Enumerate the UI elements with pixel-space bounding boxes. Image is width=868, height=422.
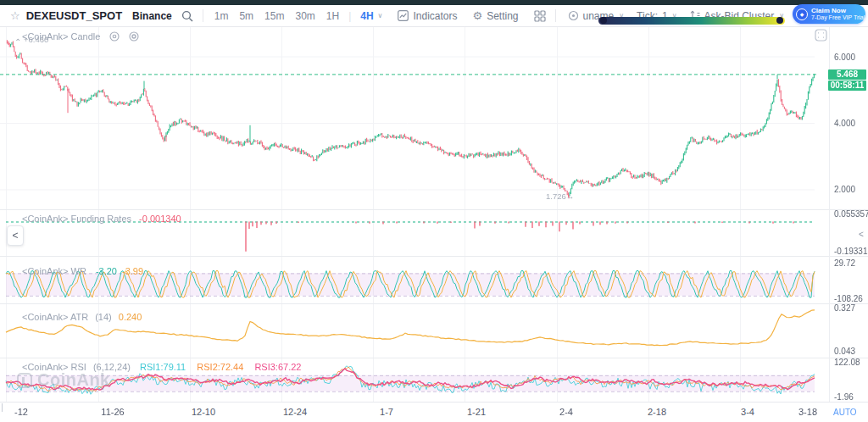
panel-separator[interactable] [0, 256, 868, 257]
trading-terminal: ☆ DEXEUSDT_SPOT Binance 1m5m15m30m1H | 4… [0, 0, 868, 422]
timeframe-30m[interactable]: 30m [295, 10, 314, 22]
current-price-badge: 5.468 [828, 69, 866, 80]
axis-tick-label: 6.000 [834, 53, 855, 62]
exchange-name: Binance [132, 10, 172, 22]
timeframe-5m[interactable]: 5m [239, 10, 253, 22]
setting-button[interactable]: ⚙ Setting [473, 9, 519, 22]
search-icon[interactable] [181, 10, 193, 22]
funding-value: -0.001340 [139, 214, 181, 224]
timeframe-15m[interactable]: 15m [264, 10, 284, 22]
gear-icon: ⚙ [473, 9, 483, 22]
axis-tick-label: 0.055357 [834, 209, 868, 219]
claim-vip-button[interactable]: ◆ Claim Now 7-Day Free VIP Trial [793, 4, 865, 24]
panel-separator[interactable] [0, 303, 868, 304]
indicator-settings-gear-icon[interactable] [129, 31, 139, 42]
funding-pane-label: <CoinAnk> Funding Rates -0.001340 [22, 214, 181, 224]
timeframe-separator: | [348, 10, 351, 22]
axis-tick-label: 0.327 [834, 303, 855, 313]
visibility-eye-icon[interactable] [109, 31, 120, 42]
grid-icon [534, 10, 546, 22]
axis-tick-label: 4.000 [834, 119, 855, 128]
vip-gem-icon: ◆ [796, 8, 808, 20]
rsi3-value: RSI3:67.22 [254, 362, 301, 372]
date-label: 12-24 [283, 407, 307, 417]
atr-pane-label: <CoinAnk> ATR (14) 0.240 [22, 312, 142, 322]
indicators-icon [398, 10, 409, 21]
layout-grid-button[interactable] [534, 10, 546, 22]
date-label: 1-7 [380, 407, 393, 417]
countdown-badge: 00:58:11 [828, 81, 866, 91]
date-label: 2-4 [559, 407, 573, 417]
timeframe-list: 1m5m15m30m1H [203, 10, 339, 22]
date-label: -12 [14, 407, 28, 417]
axis-tick-label: 29.72 [834, 258, 855, 268]
toolbar-divider-2 [555, 9, 556, 22]
toolbar: ☆ DEXEUSDT_SPOT Binance 1m5m15m30m1H | 4… [0, 5, 868, 27]
wr-value-1: -3.20 [96, 266, 117, 276]
panel-separator[interactable] [0, 209, 868, 210]
slider-handle-left[interactable] [600, 17, 607, 24]
favorite-star-icon[interactable]: ☆ [10, 9, 20, 22]
indicators-button[interactable]: Indicators [398, 10, 457, 22]
heatmap-intensity-slider[interactable] [598, 17, 785, 25]
timeframe-4h-active[interactable]: 4H [360, 10, 373, 22]
axis-tick-label: -0.193318 [834, 247, 868, 256]
wr-indicator-canvas[interactable] [0, 256, 817, 303]
candlestick-chart-canvas[interactable] [0, 27, 817, 209]
low-price-marker: 1.726→ [546, 192, 574, 201]
chevron-down-icon[interactable]: ∨ [378, 12, 383, 19]
slider-handle-right[interactable] [776, 17, 783, 24]
axis-tick-label: 122.08 [834, 358, 860, 367]
axis-tick-label: -108.26 [834, 294, 863, 303]
wr-pane-label: <CoinAnk> WR -3.20 -3.99 [22, 266, 143, 276]
caret-icon: ⌃ [14, 37, 21, 47]
date-label: 3-4 [741, 407, 754, 417]
uname-icon [568, 10, 579, 21]
date-label: 11-26 [101, 407, 124, 417]
rsi-pane-label: <CoinAnk> RSI (6,12,24) RSI1:79.11 RSI2:… [22, 362, 301, 372]
wr-value-2: -3.99 [122, 266, 143, 276]
rsi1-value: RSI1:79.11 [140, 362, 186, 372]
screenshot-icon[interactable] [815, 29, 827, 45]
axis-tick-label: 2.000 [834, 185, 855, 194]
axis-tick-label: 0.043 [834, 347, 855, 356]
timeframe-1m[interactable]: 1m [214, 10, 229, 22]
date-label: 12-10 [192, 407, 215, 417]
date-label: 3-18 [798, 407, 817, 417]
collapse-left-button[interactable]: < [7, 225, 24, 246]
panel-separator[interactable] [0, 358, 868, 358]
atr-value: 0.240 [119, 312, 142, 322]
symbol-name[interactable]: DEXEUSDT_SPOT [26, 9, 122, 22]
high-price-marker: +6.460 [24, 35, 48, 44]
coinank-logo-icon [17, 373, 32, 388]
rsi2-value: RSI2:72.44 [197, 362, 243, 372]
coinank-watermark: CoinAnk [17, 370, 110, 390]
time-axis[interactable]: -1211-2612-1012-241-71-212-42-183-43-18 … [0, 402, 868, 422]
axis-tick-label: -1.96 [834, 392, 854, 402]
collapse-right-arrow[interactable]: < [859, 230, 864, 239]
axis-edge-tick [2, 403, 3, 412]
date-label: 2-18 [648, 407, 666, 417]
timeframe-1h[interactable]: 1H [326, 10, 339, 22]
date-label: 1-21 [467, 407, 486, 417]
auto-scale-button[interactable]: AUTO [833, 408, 857, 417]
